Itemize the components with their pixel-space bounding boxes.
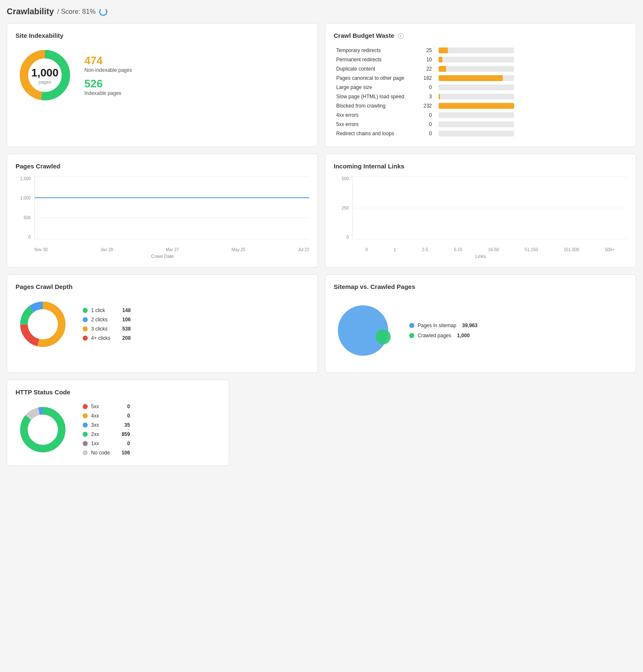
indexable-value: 526 [84,77,132,90]
info-icon[interactable]: i [398,33,404,39]
budget-row: Large page size 0 [334,83,627,92]
pages-crawled-chart: 1,500 1,000 500 0 Nov 30 Jan 28 Mar 27 M… [16,176,309,252]
budget-bar [434,64,627,74]
bars-container [353,176,627,239]
http-dot [83,423,88,428]
budget-value: 3 [418,92,434,101]
http-status-title: HTTP Status Code [16,388,220,396]
budget-bar [434,83,627,92]
http-value: 0 [113,441,130,446]
budget-row: Duplicate content 22 [334,64,627,74]
depth-donut [16,297,70,352]
page-title: Crawlability [7,7,54,16]
incoming-links-card: Incoming Internal Links 500 250 0 0 1 2-… [325,154,636,268]
budget-value: 22 [418,64,434,74]
legend-label: 3 clicks [91,326,110,332]
links-label: Links [334,254,627,259]
http-dot [83,450,88,455]
http-legend-item: 3xx 35 [83,422,130,428]
bubble-chart [334,297,401,364]
budget-value: 10 [418,55,434,64]
http-dot [83,413,88,418]
budget-bar [434,129,627,138]
http-legend: 5xx 0 4xx 0 3xx 35 2xx 859 1xx 0 No code… [83,404,130,456]
legend-label: 2 clicks [91,317,110,323]
budget-bar [434,92,627,101]
http-dot [83,432,88,437]
http-label: 4xx [91,413,110,419]
depth-legend-item: 2 clicks 106 [83,317,131,323]
indexable-stat: 526 Indexable pages [84,77,132,96]
http-value: 859 [113,431,130,437]
budget-value: 232 [418,101,434,110]
http-label: 5xx [91,404,110,410]
legend-value: 148 [114,307,131,313]
budget-label: Permanent redirects [334,55,418,64]
x-axis-labels: Nov 30 Jan 28 Mar 27 May 25 Jul 22 [34,240,309,252]
budget-row: 4xx errors 0 [334,110,627,120]
http-legend-item: No code 106 [83,450,130,456]
budget-label: Redirect chains and loops [334,129,418,138]
indexable-label: Indexable pages [84,90,132,96]
http-content: 5xx 0 4xx 0 3xx 35 2xx 859 1xx 0 No code… [16,402,220,457]
http-legend-item: 4xx 0 [83,413,130,419]
legend-value: 106 [114,317,131,323]
crawl-date-label: Crawl Date [16,254,309,259]
http-label: 3xx [91,422,110,428]
depth-legend-item: 3 clicks 538 [83,326,131,332]
indexability-content: 1,000 pages 474 Non-indexable pages 526 … [16,46,309,105]
crawl-budget-title: Crawl Budget Waste i [334,32,627,39]
http-donut [16,402,70,457]
pages-crawled-title: Pages Crawled [16,163,309,170]
budget-value: 0 [418,110,434,120]
legend-dot [83,336,88,341]
budget-label: Slow page (HTML) load speed [334,92,418,101]
bar-chart-plot [353,176,627,239]
non-indexable-label: Non-indexable pages [84,67,132,73]
http-dot [83,404,88,409]
http-status-card: HTTP Status Code 5xx 0 4xx 0 3xx 3 [7,380,229,466]
budget-table: Temporary redirects 25 Permanent redirec… [334,46,627,138]
budget-bar [434,46,627,55]
site-indexability-card: Site Indexability 1,000 pages 474 [7,23,318,147]
total-pages: 1,000 [31,66,58,79]
http-legend-item: 1xx 0 [83,441,130,446]
http-label: No code [91,450,110,456]
donut-center: 1,000 pages [31,66,58,84]
depth-content: 1 click 148 2 clicks 106 3 clicks 538 4+… [16,297,309,352]
index-stats: 474 Non-indexable pages 526 Indexable pa… [84,54,132,96]
crawl-depth-card: Pages Crawl Depth 1 click 148 2 [7,274,318,373]
page-header: Crawlability / Score: 81% [7,7,636,16]
sitemap-card: Sitemap vs. Crawled Pages Pages in sitem… [325,274,636,373]
sitemap-title: Sitemap vs. Crawled Pages [334,283,627,290]
legend-dot [83,308,88,313]
legend-label: 4+ clicks [91,335,110,341]
http-legend-item: 5xx 0 [83,404,130,410]
bubble-dot [409,323,414,328]
budget-label: Large page size [334,83,418,92]
legend-dot [83,317,88,322]
budget-row: Blocked from crawling 232 [334,101,627,110]
bubble-legend-label: Pages in sitemap [418,323,456,328]
budget-bar [434,55,627,64]
budget-label: Duplicate content [334,64,418,74]
incoming-links-chart: 500 250 0 0 1 2-5 6-15 16-50 51-150 151-… [334,176,627,252]
bubble-legend-value: 39,963 [462,323,478,328]
http-label: 1xx [91,441,110,446]
incoming-links-title: Incoming Internal Links [334,163,627,170]
score-loading-icon [99,8,107,16]
budget-label: Blocked from crawling [334,101,418,110]
budget-bar [434,120,627,129]
budget-label: 4xx errors [334,110,418,120]
sitemap-content: Pages in sitemap 39,963 Crawled pages 1,… [334,297,627,364]
legend-dot [83,326,88,331]
svg-point-10 [376,329,391,344]
bubble-legend: Pages in sitemap 39,963 Crawled pages 1,… [409,323,478,339]
y-axis-labels: 1,500 1,000 500 0 [16,176,32,239]
http-value: 0 [113,413,130,419]
pages-crawled-card: Pages Crawled 1,500 1,000 500 0 Nov 30 [7,154,318,268]
budget-row: 5xx errors 0 [334,120,627,129]
incoming-y-labels: 500 250 0 [334,176,350,239]
indexability-donut: 1,000 pages [16,46,74,105]
depth-legend-item: 4+ clicks 208 [83,335,131,341]
